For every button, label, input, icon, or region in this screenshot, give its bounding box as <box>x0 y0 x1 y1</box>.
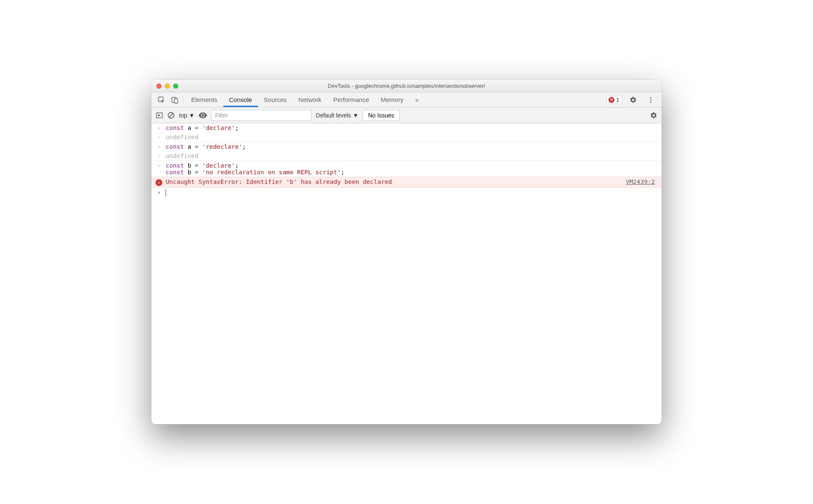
output-value: undefined <box>166 153 657 159</box>
console-output-row: ‹ undefined <box>151 132 662 142</box>
error-source-link[interactable]: VM2439:2 <box>626 178 657 185</box>
input-chevron-icon: › <box>156 143 162 150</box>
minimize-window-button[interactable] <box>165 84 170 89</box>
issues-button[interactable]: No Issues <box>363 110 399 121</box>
console-output-row: ‹ undefined <box>151 151 662 161</box>
device-toolbar-icon[interactable] <box>168 92 182 107</box>
prompt-input[interactable] <box>166 189 657 196</box>
console-input-row: › const b = 'declare'; const b = 'no red… <box>151 161 662 177</box>
code-block: const b = 'declare'; const b = 'no redec… <box>166 162 657 176</box>
error-icon: ✕ <box>608 97 614 103</box>
console-prompt-row[interactable]: › <box>151 188 662 198</box>
code-line: const a = 'redeclare'; <box>166 143 657 150</box>
error-count: 1 <box>616 97 619 103</box>
tab-elements[interactable]: Elements <box>185 92 223 107</box>
prompt-chevron-icon: › <box>156 189 162 196</box>
input-chevron-icon: › <box>156 162 162 169</box>
maximize-window-button[interactable] <box>173 84 178 89</box>
devtools-window: DevTools - googlechrome.github.io/sample… <box>151 80 662 424</box>
titlebar: DevTools - googlechrome.github.io/sample… <box>151 80 662 92</box>
sidebar-toggle-icon[interactable] <box>156 112 163 119</box>
console-toolbar: top ▼ Default levels ▼ No Issues <box>151 107 662 123</box>
settings-gear-icon[interactable] <box>626 96 640 104</box>
output-chevron-icon: ‹ <box>156 153 162 159</box>
output-chevron-icon: ‹ <box>156 134 162 140</box>
tab-memory[interactable]: Memory <box>375 92 409 107</box>
input-chevron-icon: › <box>156 125 162 131</box>
svg-point-4 <box>650 99 652 100</box>
divider <box>183 96 184 104</box>
tab-sources[interactable]: Sources <box>258 92 293 107</box>
error-icon: ✕ <box>156 179 162 186</box>
svg-point-3 <box>650 97 652 98</box>
tab-console[interactable]: Console <box>223 92 258 107</box>
console-input-row: › const a = 'declare'; <box>151 123 662 132</box>
tab-performance[interactable]: Performance <box>327 92 375 107</box>
tabstrip-right: ✕ 1 <box>606 92 662 107</box>
inspect-element-icon[interactable] <box>155 92 168 107</box>
filter-input[interactable] <box>211 110 312 121</box>
error-message: Uncaught SyntaxError: Identifier 'b' has… <box>166 178 622 185</box>
execution-context-select[interactable]: top ▼ <box>179 112 194 119</box>
levels-label: Default levels <box>316 112 351 119</box>
tab-overflow[interactable]: » <box>409 92 424 107</box>
traffic-lights <box>156 84 178 89</box>
svg-point-5 <box>650 101 652 102</box>
error-count-badge[interactable]: ✕ 1 <box>606 96 622 104</box>
log-levels-select[interactable]: Default levels ▼ <box>316 112 358 119</box>
chevron-down-icon: ▼ <box>189 112 194 119</box>
code-line: const a = 'declare'; <box>166 125 657 131</box>
panel-tabs: Elements Console Sources Network Perform… <box>185 92 424 107</box>
console-output: › const a = 'declare'; ‹ undefined › con… <box>151 123 662 424</box>
clear-console-icon[interactable] <box>167 112 175 119</box>
window-title: DevTools - googlechrome.github.io/sample… <box>151 83 662 89</box>
chevron-down-icon: ▼ <box>353 112 358 119</box>
tab-network[interactable]: Network <box>293 92 327 107</box>
panel-tabstrip: Elements Console Sources Network Perform… <box>151 92 662 107</box>
svg-rect-2 <box>174 99 178 103</box>
console-error-row: ✕ Uncaught SyntaxError: Identifier 'b' h… <box>151 177 662 188</box>
live-expression-icon[interactable] <box>199 112 207 118</box>
output-value: undefined <box>166 134 657 140</box>
svg-line-8 <box>169 113 173 117</box>
close-window-button[interactable] <box>156 84 161 89</box>
console-settings-gear-icon[interactable] <box>650 112 657 119</box>
console-input-row: › const a = 'redeclare'; <box>151 142 662 151</box>
context-label: top <box>179 112 187 119</box>
more-menu-icon[interactable] <box>644 96 657 104</box>
